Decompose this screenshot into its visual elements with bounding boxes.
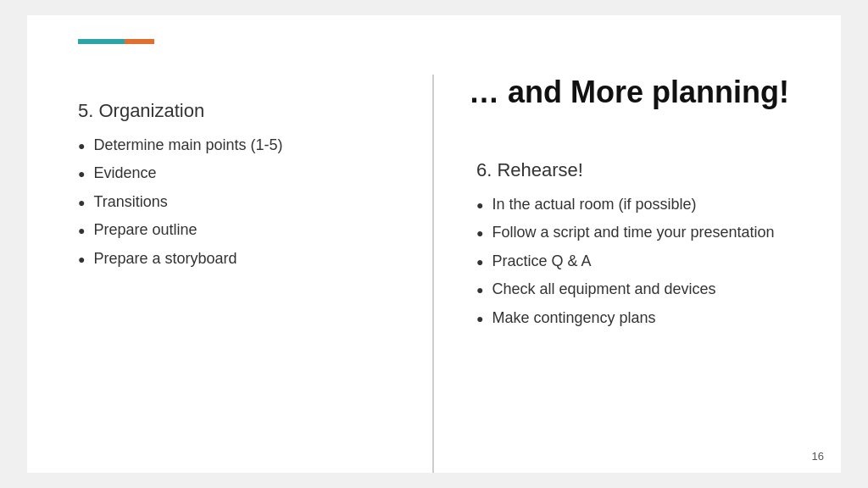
accent-bar: [78, 39, 154, 44]
left-panel: 5. Organization Determine main points (1…: [27, 75, 434, 473]
list-item: Prepare outline: [78, 220, 398, 240]
list-item: Prepare a storyboard: [78, 249, 398, 269]
teal-accent: [78, 39, 125, 44]
right-panel: 6. Rehearse! In the actual room (if poss…: [434, 75, 841, 473]
list-item: Follow a script and time your presentati…: [476, 223, 807, 242]
page-number: 16: [812, 450, 824, 463]
right-section-number: 6. Rehearse!: [476, 159, 807, 181]
main-title: … and More planning!: [434, 75, 824, 110]
list-item: Transitions: [78, 192, 398, 212]
right-content: 6. Rehearse! In the actual room (if poss…: [476, 159, 807, 328]
left-section-number: 5. Organization: [78, 100, 398, 122]
content-area: 5. Organization Determine main points (1…: [27, 75, 841, 473]
right-bullet-list: In the actual room (if possible) Follow …: [476, 195, 807, 328]
list-item: Check all equipment and devices: [476, 280, 807, 299]
title-section: … and More planning!: [434, 75, 824, 110]
left-bullet-list: Determine main points (1-5) Evidence Tra…: [78, 136, 398, 269]
slide: … and More planning! 5. Organization Det…: [27, 15, 841, 473]
list-item: Practice Q & A: [476, 252, 807, 271]
list-item: Determine main points (1-5): [78, 136, 398, 155]
orange-accent: [125, 39, 154, 44]
list-item: In the actual room (if possible): [476, 195, 807, 214]
list-item: Make contingency plans: [476, 308, 807, 328]
list-item: Evidence: [78, 164, 398, 183]
